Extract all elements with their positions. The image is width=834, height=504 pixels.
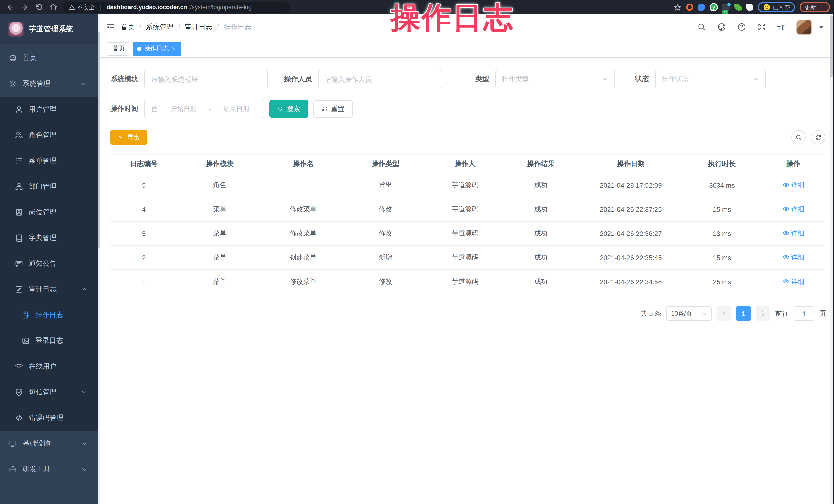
sidebar-item-dev-tools[interactable]: 研发工具: [0, 457, 100, 482]
next-page-button[interactable]: [756, 306, 770, 321]
app-logo: [8, 22, 24, 37]
fullscreen-icon[interactable]: [757, 23, 766, 31]
chevron-down-icon: [81, 466, 87, 473]
avatar-caret-icon[interactable]: [817, 23, 826, 31]
breadcrumb-item[interactable]: 系统管理: [146, 22, 174, 31]
sidebar-item-sms-mgmt[interactable]: 短信管理: [0, 379, 100, 405]
extension-icon[interactable]: [686, 4, 693, 11]
sidebar-item-label: 部门管理: [29, 182, 57, 191]
page-size-value: 10条/页: [671, 309, 692, 318]
detail-link[interactable]: 详细: [782, 229, 805, 238]
address-separator: |: [100, 4, 102, 10]
cell-date: 2021-04-28 17:52:09: [578, 173, 683, 197]
sidebar-item-post-mgmt[interactable]: 岗位管理: [0, 199, 100, 225]
chevron-down-icon: [81, 440, 87, 447]
announcement-icon: [15, 260, 23, 268]
detail-link[interactable]: 详细: [782, 180, 805, 190]
sidebar-toggle-icon[interactable]: [100, 14, 121, 40]
sidebar-item-label: 短信管理: [29, 388, 57, 397]
annotation-text: 操作日志: [391, 0, 514, 38]
bookmark-star-icon[interactable]: [674, 3, 681, 11]
sidebar-item-system-mgmt[interactable]: 系统管理: [0, 71, 100, 96]
sidebar-item-role-mgmt[interactable]: 角色管理: [0, 122, 100, 148]
sidebar-item-infrastructure[interactable]: 基础设施: [0, 431, 100, 457]
role-icon: [15, 131, 23, 139]
sidebar-item-audit-log[interactable]: 审计日志: [0, 277, 100, 302]
url-host: dashboard.yudao.iocoder.cn: [107, 4, 187, 10]
sidebar-item-notice[interactable]: 通知公告: [0, 251, 100, 277]
refresh-table-button[interactable]: [811, 130, 825, 145]
sidebar-item-home[interactable]: 首页: [0, 45, 100, 71]
search-icon: [278, 106, 284, 112]
browser-back-icon[interactable]: [6, 3, 15, 11]
update-label: 更新: [805, 3, 816, 11]
calendar-icon: [151, 105, 158, 113]
cell-result: 成功: [504, 221, 578, 245]
range-separator: -: [209, 105, 211, 113]
page-size-select[interactable]: 10条/页: [666, 306, 712, 321]
tab-active-tag[interactable]: 操作日志: [133, 42, 181, 55]
cell-module: 菜单: [177, 245, 262, 270]
close-icon[interactable]: [171, 46, 176, 51]
address-bar[interactable]: 不安全 | dashboard.yudao.iocoder.cn/system/…: [63, 2, 290, 13]
detail-link[interactable]: 详细: [782, 277, 805, 286]
github-icon[interactable]: [717, 23, 726, 31]
sidebar-item-label: 岗位管理: [29, 208, 57, 217]
help-icon[interactable]: [737, 23, 746, 31]
cell-operator: 芋道源码: [426, 197, 504, 221]
tab-tag[interactable]: 首页: [108, 42, 130, 55]
page-scrollbar[interactable]: [830, 15, 833, 504]
browser-reload-icon[interactable]: [35, 3, 43, 11]
user-avatar[interactable]: [796, 19, 812, 35]
search-button[interactable]: 搜索: [269, 100, 308, 118]
header-search-icon[interactable]: [697, 23, 706, 31]
browser-menu-icon[interactable]: [819, 4, 825, 10]
browser-forward-icon[interactable]: [21, 3, 29, 11]
browser-update-button[interactable]: 更新: [799, 2, 830, 12]
goto-page-input[interactable]: [794, 306, 814, 321]
breadcrumb-item[interactable]: 审计日志: [185, 22, 213, 31]
module-input[interactable]: [151, 75, 261, 83]
type-select[interactable]: 操作类型: [496, 70, 615, 88]
sidebar-item-online-users[interactable]: 在线用户: [0, 354, 100, 379]
cell-name: 修改菜单: [262, 197, 344, 221]
status-select[interactable]: 操作状态: [655, 70, 766, 88]
sidebar-item-error-code-mgmt[interactable]: 错误码管理: [0, 405, 100, 431]
cell-name: 创建菜单: [262, 245, 344, 270]
extension-sprout-icon[interactable]: [734, 3, 742, 11]
extensions-puzzle-icon[interactable]: [746, 4, 753, 11]
export-button[interactable]: 导出: [110, 130, 147, 145]
profile-paused-pill[interactable]: 已暂停: [758, 2, 795, 12]
operator-input[interactable]: [325, 75, 435, 83]
toggle-search-button[interactable]: [791, 130, 806, 145]
date-range-picker[interactable]: 开始日期 - 结束日期: [145, 100, 264, 118]
extension-layers-icon[interactable]: on: [723, 4, 730, 11]
user-icon: [15, 105, 23, 114]
sidebar-item-dept-mgmt[interactable]: 部门管理: [0, 174, 100, 199]
page-number-current[interactable]: 1: [737, 306, 751, 321]
breadcrumb-item[interactable]: 首页: [121, 22, 135, 31]
detail-link[interactable]: 详细: [782, 253, 805, 262]
cell-type: 修改: [344, 197, 426, 221]
detail-link[interactable]: 详细: [782, 204, 805, 214]
sidebar-logo-row[interactable]: 芋道管理系统: [0, 15, 100, 44]
cell-action: 详细: [761, 270, 826, 294]
extension-pin-icon[interactable]: [698, 4, 705, 11]
reset-button[interactable]: 重置: [313, 100, 352, 118]
extension-y-icon[interactable]: y: [710, 3, 718, 11]
type-label: 类型: [475, 74, 489, 84]
prev-page-button[interactable]: [717, 306, 731, 321]
sidebar-item-operate-log[interactable]: 操作日志: [0, 302, 100, 328]
font-size-icon[interactable]: TT: [777, 23, 785, 31]
sidebar-item-login-log[interactable]: 登录日志: [0, 328, 100, 354]
browser-home-icon[interactable]: [49, 3, 58, 11]
infrastructure-icon: [9, 439, 17, 448]
column-header: 日志编号: [110, 154, 177, 173]
sidebar-scrollbar[interactable]: [97, 15, 100, 504]
status-label: 状态: [635, 74, 649, 84]
app-title: 芋道管理系统: [29, 25, 73, 34]
sidebar-item-dict-mgmt[interactable]: 字典管理: [0, 225, 100, 251]
goto-label: 前往: [775, 309, 789, 318]
sidebar-item-user-mgmt[interactable]: 用户管理: [0, 96, 100, 122]
sidebar-item-menu-mgmt[interactable]: 菜单管理: [0, 148, 100, 174]
